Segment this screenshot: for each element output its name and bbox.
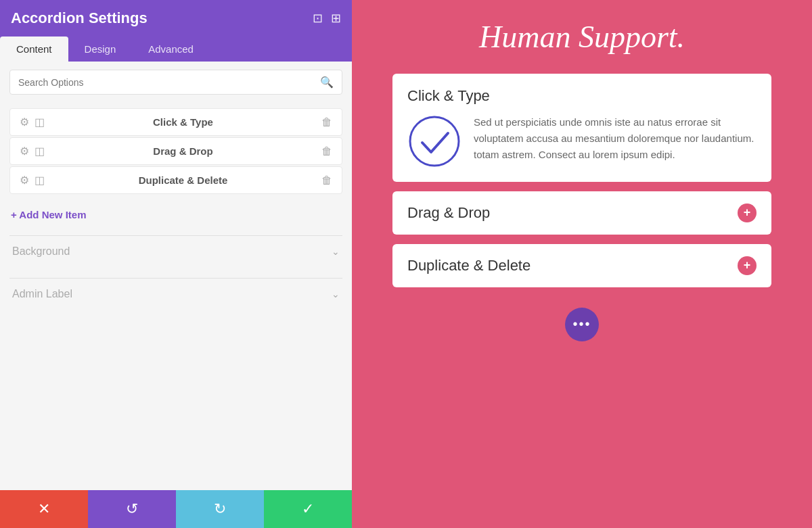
card-3-title: Duplicate & Delete <box>407 257 531 274</box>
floating-dots-icon: ••• <box>572 316 591 332</box>
card-1-header: Click & Type <box>407 87 757 114</box>
delete-icon-3[interactable]: 🗑 <box>321 174 332 187</box>
accordion-card-2: Drag & Drop + <box>392 191 771 235</box>
panel-title: Accordion Settings <box>11 9 148 27</box>
accordion-items-list: ⚙ ◫ Click & Type 🗑 ⚙ ◫ Drag & Drop 🗑 ⚙ ◫… <box>9 108 342 194</box>
search-icon: 🔍 <box>320 76 334 89</box>
tab-design[interactable]: Design <box>68 37 133 62</box>
delete-icon-1[interactable]: 🗑 <box>321 116 332 128</box>
save-icon: ✓ <box>302 500 314 518</box>
accordion-item-row-2[interactable]: ⚙ ◫ Drag & Drop 🗑 <box>9 137 342 165</box>
tab-content[interactable]: Content <box>0 37 68 62</box>
header-icons: ⊡ ⊞ <box>313 11 341 26</box>
right-panel: Human Support. Click & Type Sed ut persp… <box>352 0 812 528</box>
hero-title: Human Support. <box>479 0 685 74</box>
duplicate-icon-2: ◫ <box>35 145 45 158</box>
floating-dots-button[interactable]: ••• <box>565 308 599 341</box>
add-new-item-label: + Add New Item <box>11 209 87 220</box>
admin-label-section[interactable]: Admin Label ⌄ <box>9 278 342 310</box>
admin-label-chevron: ⌄ <box>332 289 340 299</box>
card-3-header[interactable]: Duplicate & Delete + <box>392 244 771 287</box>
admin-label-text: Admin Label <box>12 288 72 300</box>
settings-icon-3: ⚙ <box>20 174 29 187</box>
card-2-header[interactable]: Drag & Drop + <box>392 191 771 235</box>
settings-icon-2: ⚙ <box>20 145 29 158</box>
duplicate-icon-3: ◫ <box>35 174 45 187</box>
panel-header: Accordion Settings ⊡ ⊞ <box>0 0 352 37</box>
duplicate-icon-1: ◫ <box>35 116 45 128</box>
background-section[interactable]: Background ⌄ <box>9 235 342 267</box>
redo-button[interactable]: ↻ <box>176 490 264 528</box>
undo-button[interactable]: ↺ <box>88 490 176 528</box>
item-left-icons-3: ⚙ ◫ <box>20 174 45 187</box>
left-panel: Accordion Settings ⊡ ⊞ Content Design Ad… <box>0 0 352 528</box>
settings-icon-1: ⚙ <box>20 116 29 128</box>
delete-icon-2[interactable]: 🗑 <box>321 145 332 158</box>
card-2-title: Drag & Drop <box>407 204 490 222</box>
svg-point-0 <box>410 117 459 166</box>
bottom-toolbar: ✕ ↺ ↻ ✓ <box>0 490 352 528</box>
background-label: Background <box>12 245 70 258</box>
search-input[interactable] <box>18 77 320 88</box>
card-1-title: Click & Type <box>407 87 490 105</box>
accordion-card-1: Click & Type Sed ut perspiciatis unde om… <box>392 74 771 182</box>
accordion-item-row-1[interactable]: ⚙ ◫ Click & Type 🗑 <box>9 108 342 136</box>
item-label-1: Click & Type <box>45 116 321 128</box>
card-1-body: Sed ut perspiciatis unde omnis iste au n… <box>407 114 757 168</box>
tab-advanced[interactable]: Advanced <box>132 37 210 62</box>
accordion-card-3: Duplicate & Delete + <box>392 244 771 287</box>
accordion-item-row-3[interactable]: ⚙ ◫ Duplicate & Delete 🗑 <box>9 166 342 194</box>
redo-icon: ↻ <box>214 500 226 518</box>
cancel-button[interactable]: ✕ <box>0 490 88 528</box>
search-bar: 🔍 <box>9 70 342 95</box>
item-left-icons-2: ⚙ ◫ <box>20 145 45 158</box>
expand-icon[interactable]: ⊡ <box>313 11 323 26</box>
item-label-3: Duplicate & Delete <box>45 174 321 186</box>
item-left-icons-1: ⚙ ◫ <box>20 116 45 128</box>
tabs-row: Content Design Advanced <box>0 37 352 62</box>
save-button[interactable]: ✓ <box>264 490 352 528</box>
add-new-item-button[interactable]: + Add New Item <box>0 199 352 230</box>
card-2-expand-icon[interactable]: + <box>738 203 757 222</box>
cancel-icon: ✕ <box>38 500 50 518</box>
card-1-text: Sed ut perspiciatis unde omnis iste au n… <box>474 114 757 163</box>
check-circle-icon <box>407 114 461 168</box>
card-3-expand-icon[interactable]: + <box>738 256 757 275</box>
undo-icon: ↺ <box>126 500 138 518</box>
layout-icon[interactable]: ⊞ <box>331 11 341 26</box>
background-chevron: ⌄ <box>332 246 340 257</box>
item-label-2: Drag & Drop <box>45 145 321 157</box>
accordion-cards: Click & Type Sed ut perspiciatis unde om… <box>392 74 771 287</box>
